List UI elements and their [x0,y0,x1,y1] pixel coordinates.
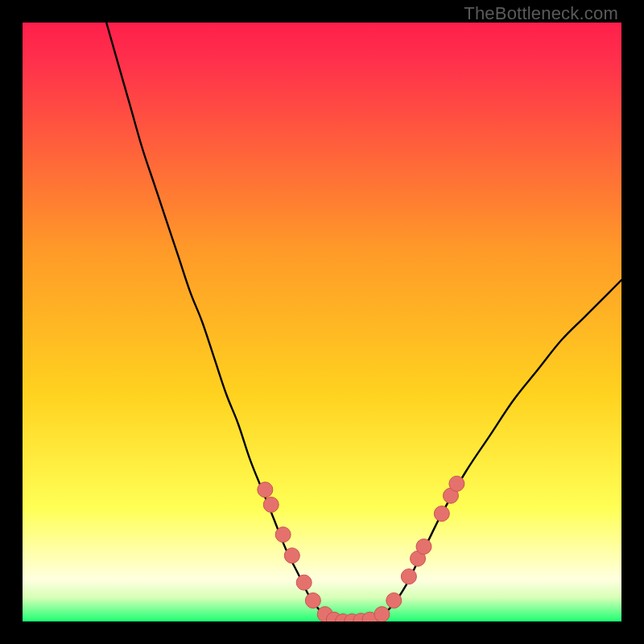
gradient-background [23,23,621,621]
chart-frame [23,23,621,621]
curve-marker [434,506,449,522]
curve-marker [386,592,402,608]
curve-marker [374,607,390,621]
watermark-label: TheBottleneck.com [464,3,618,24]
curve-marker [416,539,431,555]
curve-marker [275,527,291,543]
curve-marker [284,548,299,564]
curve-marker [263,497,279,512]
curve-marker [305,592,320,608]
curve-marker [449,476,464,491]
curve-marker [258,482,273,497]
curve-marker [401,569,416,584]
curve-marker [296,575,312,590]
bottleneck-chart [23,23,621,621]
